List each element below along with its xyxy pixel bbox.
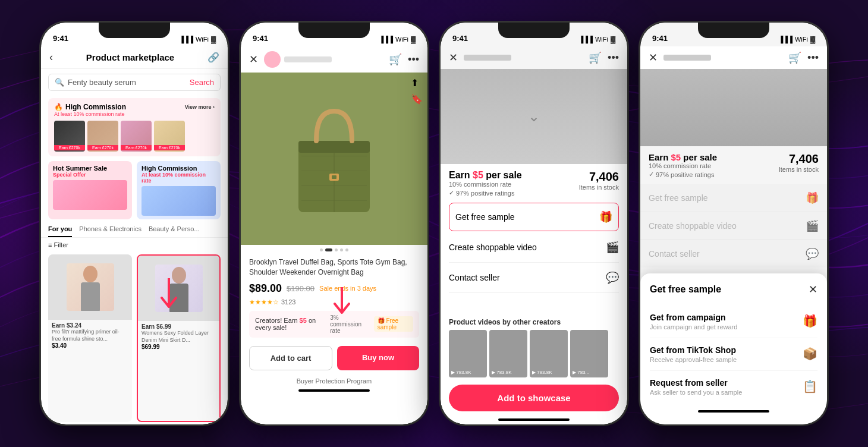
- product-info-3: Earn $5 per sale 10% commission rate ✓ 9…: [441, 164, 627, 203]
- more-icon-3[interactable]: •••: [608, 52, 619, 64]
- svg-rect-11: [301, 185, 367, 186]
- bg-actions-4: Get free sample 🎁 Create shoppable video…: [640, 184, 827, 267]
- close-button-2[interactable]: ✕: [249, 53, 258, 66]
- video-thumb-2[interactable]: ▶ 783.8K: [489, 330, 527, 377]
- tab-for-you[interactable]: For you: [48, 222, 72, 237]
- fire-icon: 🔥: [54, 103, 63, 111]
- banner-title: 🔥 High Commission View more ›: [54, 103, 215, 111]
- campaign-option-sub: Join campaign and get reward: [650, 323, 797, 330]
- signal-icon-2: ▐▐▐: [379, 36, 393, 43]
- high-commission-banner: 🔥 High Commission View more › At least 1…: [48, 98, 221, 156]
- status-time-2: 9:41: [253, 34, 268, 43]
- video-views-2: ▶ 783.8K: [492, 370, 512, 375]
- filter-bar[interactable]: ≡ Filter: [41, 238, 228, 252]
- chevron-down: ⌄: [528, 108, 540, 125]
- tab-beauty[interactable]: Beauty & Perso...: [149, 222, 200, 237]
- link-icon-1[interactable]: 🔗: [207, 52, 219, 63]
- home-indicator-2: [298, 389, 370, 392]
- product-name-blurred-4: [663, 55, 711, 61]
- phone-3-screen: 9:41 ▐▐▐ WiFi ▓ ✕ 🛒 ••• ⌄: [441, 23, 627, 424]
- earn-text-1: Earn $3.24: [52, 322, 128, 329]
- modal-option-campaign[interactable]: Get from campaign Join campaign and get …: [650, 306, 817, 338]
- videos-section-3: Product videos by other creators ▶ 783.8…: [441, 316, 627, 380]
- image-dots: [241, 245, 427, 255]
- buy-now-button[interactable]: Buy now: [337, 346, 419, 370]
- earn-amount: $5: [300, 317, 307, 324]
- cart-icon-2[interactable]: 🛒: [389, 53, 402, 66]
- tiktok-option-sub: Receive approval-free sample: [650, 356, 797, 363]
- product-name-1: Pro filt'r mattifying primer oil-free fo…: [52, 329, 128, 342]
- view-more-btn[interactable]: View more ›: [185, 104, 215, 110]
- search-bar-1[interactable]: 🔍 Fenty beauty serum Search: [48, 74, 221, 91]
- svg-rect-9: [301, 156, 367, 156]
- video-thumb-3[interactable]: ▶ 783.8K: [530, 330, 568, 377]
- hot-summer-sale-banner[interactable]: Hot Summer Sale Special Offer: [48, 161, 132, 219]
- more-icon-2[interactable]: •••: [408, 53, 419, 66]
- earn-text-2: Earn $6.99: [141, 323, 216, 330]
- create-video-row[interactable]: Create shoppable video 🎬: [449, 232, 619, 263]
- commission-rate-text: 3% commission rate: [330, 314, 371, 334]
- video-icon-3: 🎬: [606, 241, 619, 254]
- battery-icon-1: ▓: [211, 36, 216, 43]
- video-thumb-4[interactable]: ▶ 783...: [570, 330, 608, 377]
- high-commission-banner-2[interactable]: High Commission At least 10% commission …: [137, 161, 221, 219]
- tab-phones[interactable]: Phones & Electronics: [79, 222, 141, 237]
- phone-notch-3: [498, 23, 570, 38]
- dot-4: [340, 248, 343, 251]
- cart-icon-4[interactable]: 🛒: [788, 51, 801, 64]
- rating-4: ✓ 97% positive ratings: [649, 171, 717, 178]
- close-button-3[interactable]: ✕: [449, 51, 458, 64]
- earn-per-sale-4: Earn $5 per sale: [649, 152, 717, 162]
- videos-title-3: Product videos by other creators: [449, 318, 619, 326]
- review-count: 3123: [281, 298, 295, 306]
- tiktok-option-title: Get from TikTok Shop: [650, 345, 797, 355]
- home-indicator-3: [498, 418, 570, 421]
- modal-close-button[interactable]: ✕: [809, 283, 817, 296]
- product-info-4: Earn $5 per sale 10% commission rate ✓ 9…: [640, 146, 827, 184]
- price-row-2: $89.00 $190.00 Sale ends in 3 days: [241, 280, 427, 297]
- bookmark-icon[interactable]: 🔖: [411, 93, 423, 105]
- get-free-sample-row[interactable]: Get free sample 🎁: [449, 203, 619, 231]
- commission-rate-4: 10% commission rate: [649, 162, 717, 169]
- contact-seller-row[interactable]: Contact seller 💬: [449, 263, 619, 293]
- seller-name: [284, 56, 332, 62]
- status-time-1: 9:41: [53, 34, 68, 43]
- seller-option-info: Request from seller Ask seller to send y…: [650, 378, 797, 396]
- bg-action-3: Contact seller 💬: [640, 240, 827, 267]
- svg-rect-8: [332, 175, 336, 179]
- back-button-1[interactable]: ‹: [49, 51, 53, 64]
- modal-option-seller[interactable]: Request from seller Ask seller to send y…: [650, 371, 817, 403]
- product-card-1[interactable]: Earn $3.24 Pro filt'r mattifying primer …: [48, 254, 132, 422]
- status-icons-1: ▐▐▐ WiFi ▓: [180, 36, 216, 43]
- seller-option-icon: 📋: [803, 379, 817, 394]
- earn-badge-4: Earn £270k: [154, 145, 185, 150]
- gift-icon-3: 🎁: [599, 210, 612, 224]
- share-icon[interactable]: ⬆: [411, 77, 423, 89]
- wifi-icon-4: WiFi: [795, 36, 808, 43]
- add-to-showcase-button[interactable]: Add to showcase: [449, 385, 619, 411]
- product-img-1: [48, 254, 132, 320]
- video-thumb-1[interactable]: ▶ 783.8K: [449, 330, 487, 377]
- bg-action-1: Get free sample 🎁: [640, 184, 827, 212]
- battery-icon-4: ▓: [810, 36, 815, 43]
- svg-rect-5: [298, 141, 370, 153]
- close-button-4[interactable]: ✕: [649, 51, 658, 64]
- cart-icon-3[interactable]: 🛒: [589, 51, 602, 64]
- action-buttons-2: Add to cart Buy now: [241, 341, 427, 375]
- modal-option-tiktok[interactable]: Get from TikTok Shop Receive approval-fr…: [650, 338, 817, 371]
- campaign-option-icon: 🎁: [803, 314, 817, 328]
- product-card-2[interactable]: Earn $6.99 Womens Sexy Folded Layer Deni…: [137, 254, 221, 422]
- phones-container: 9:41 ▐▐▐ WiFi ▓ ‹ Product marketplace 🔗 …: [28, 10, 840, 437]
- hot-summer-sub: Special Offer: [53, 172, 127, 178]
- create-video-label: Create shoppable video: [449, 243, 606, 252]
- phone-4-screen: 9:41 ▐▐▐ WiFi ▓ ✕ 🛒 •••: [640, 23, 827, 424]
- current-price-2: $89.00: [249, 282, 282, 295]
- more-icon-4[interactable]: •••: [807, 52, 819, 64]
- video-views-1: ▶ 783.8K: [451, 370, 471, 375]
- banner-product-2: Earn £270k: [87, 121, 118, 152]
- product-img-2: [138, 256, 219, 321]
- phone-1: 9:41 ▐▐▐ WiFi ▓ ‹ Product marketplace 🔗 …: [40, 21, 229, 426]
- add-to-cart-button[interactable]: Add to cart: [249, 346, 332, 370]
- search-button-1[interactable]: Search: [190, 78, 214, 87]
- product-name-2: Womens Sexy Folded Layer Denim Mini Skir…: [141, 330, 216, 344]
